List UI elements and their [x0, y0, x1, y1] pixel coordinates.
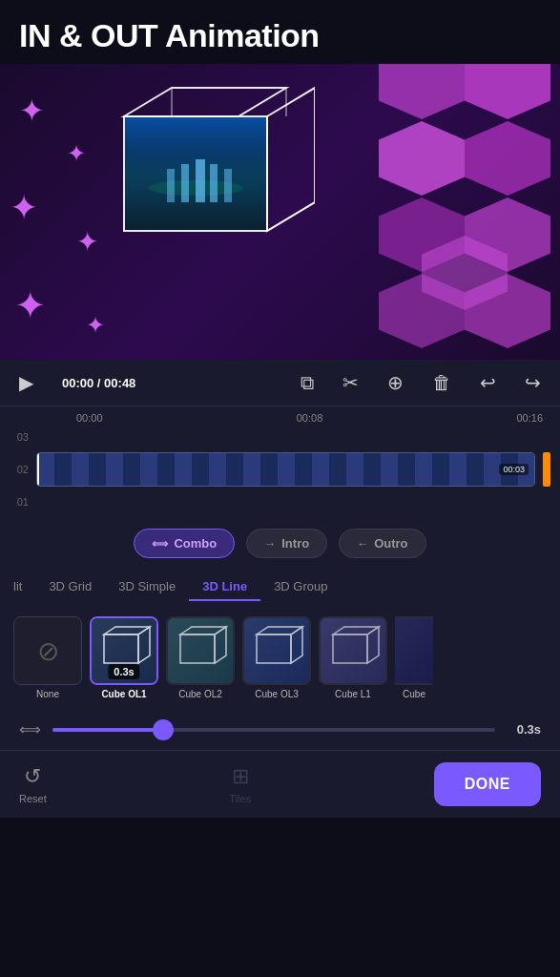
effect-cube-ol2[interactable]: Cube OL2 — [166, 616, 235, 699]
svg-marker-9 — [124, 88, 286, 116]
effect-cube-preview — [395, 618, 433, 683]
slider-fill — [52, 728, 163, 732]
effect-cube-ol2-thumb — [166, 616, 235, 685]
animation-type-tabs: ⟺ Combo → Intro ← Outro — [0, 519, 560, 568]
done-button[interactable]: DONE — [434, 762, 541, 806]
svg-rect-14 — [104, 634, 138, 663]
svg-rect-6 — [210, 164, 218, 202]
tab-combo[interactable]: ⟺ Combo — [134, 529, 235, 558]
paste-button[interactable]: ⊕ — [387, 371, 404, 394]
svg-marker-10 — [267, 88, 315, 231]
svg-line-13 — [267, 202, 315, 231]
timeline-row-2: 02 00:03 — [0, 448, 560, 490]
track-number-3: 03 — [10, 431, 29, 443]
track-duration-badge: 00:03 — [499, 464, 529, 475]
svg-marker-19 — [215, 627, 226, 663]
slider-icon: ⟺ — [19, 720, 41, 738]
tiles-button: ⊞ Tiles — [229, 764, 251, 804]
undo-button[interactable]: ↩ — [480, 371, 496, 394]
effect-cube-ol3[interactable]: Cube OL3 — [242, 616, 311, 699]
effect-duration-badge: 0.3s — [108, 664, 139, 679]
no-effect-icon: ⊘ — [37, 635, 59, 667]
slider-track[interactable] — [52, 728, 495, 732]
playhead — [37, 453, 39, 486]
svg-marker-25 — [367, 627, 379, 663]
hex-1 — [465, 64, 550, 119]
tiles-label: Tiles — [229, 793, 251, 804]
tiles-icon: ⊞ — [232, 764, 249, 789]
cut-button[interactable]: ✂ — [342, 371, 359, 394]
redo-button[interactable]: ↪ — [525, 371, 541, 394]
svg-marker-16 — [138, 627, 150, 663]
timeline-ruler: 00:00 00:08 00:16 — [0, 410, 560, 426]
tab-intro[interactable]: → Intro — [246, 529, 327, 558]
effect-cube-ol3-thumb — [242, 616, 311, 685]
star-decoration-1: ✦ — [19, 93, 45, 129]
hex-3 — [465, 121, 550, 196]
effect-type-3dline[interactable]: 3D Line — [189, 573, 260, 601]
tab-intro-label: Intro — [281, 536, 309, 551]
time-display: 00:00 / 00:48 — [62, 376, 135, 390]
effects-grid: ⊘ None 0.3s Cube OL1 Cube OL2 — [0, 607, 560, 709]
intro-icon: → — [264, 537, 276, 551]
reset-label: Reset — [19, 793, 47, 804]
star-decoration-3: ✦ — [10, 188, 38, 228]
star-decoration-2: ✦ — [67, 140, 86, 167]
star-decoration-5: ✦ — [14, 283, 47, 327]
svg-rect-23 — [333, 634, 367, 663]
tab-outro[interactable]: ← Outro — [339, 529, 425, 558]
svg-rect-5 — [196, 159, 205, 202]
svg-rect-20 — [257, 634, 291, 663]
effect-cube-ol1-thumb: 0.3s — [90, 616, 158, 685]
effect-none-label: None — [36, 689, 59, 699]
timeline-track-bar[interactable]: 00:03 — [36, 452, 535, 487]
effect-type-3dgrid[interactable]: 3D Grid — [35, 573, 105, 601]
page-title: IN & OUT Animation — [19, 17, 541, 54]
svg-marker-22 — [291, 627, 302, 663]
toolbar: ▶ 00:00 / 00:48 ⧉ ✂ ⊕ 🗑 ↩ ↪ — [0, 360, 560, 406]
effect-cube-ol1[interactable]: 0.3s Cube OL1 — [90, 616, 158, 699]
effect-cube-l1[interactable]: Cube L1 — [319, 616, 387, 699]
reset-icon: ↺ — [24, 764, 41, 789]
effect-cube-l1-label: Cube L1 — [335, 689, 371, 699]
timeline-row-1: 01 — [0, 490, 560, 513]
cube-wireframe — [86, 83, 315, 322]
delete-button[interactable]: 🗑 — [432, 372, 451, 394]
effect-type-3dsimple[interactable]: 3D Simple — [105, 573, 189, 601]
track-number-2: 02 — [10, 464, 29, 475]
effect-none[interactable]: ⊘ None — [13, 616, 82, 699]
hex-4 — [379, 121, 465, 196]
slider-section: ⟺ 0.3s — [0, 709, 560, 750]
effect-cube-ol1-label: Cube OL1 — [101, 689, 146, 699]
tab-outro-label: Outro — [374, 536, 407, 551]
effect-type-scroll: lit 3D Grid 3D Simple 3D Line 3D Group — [0, 568, 560, 607]
effect-cube-thumb — [395, 616, 433, 685]
slider-thumb[interactable] — [153, 719, 174, 740]
combo-icon: ⟺ — [152, 537, 168, 551]
track-bar-fill — [37, 453, 534, 486]
bottom-bar: ↺ Reset ⊞ Tiles DONE — [0, 750, 560, 818]
svg-rect-3 — [167, 169, 175, 202]
effect-cube-ol2-label: Cube OL2 — [178, 689, 222, 699]
header: IN & OUT Animation — [0, 0, 560, 64]
effect-type-split[interactable]: lit — [0, 573, 35, 601]
copy-button[interactable]: ⧉ — [301, 372, 314, 394]
effect-type-3dgroup[interactable]: 3D Group — [260, 573, 341, 601]
effect-none-thumb: ⊘ — [13, 616, 82, 685]
hex-2 — [379, 64, 465, 119]
track-orange-end — [543, 452, 550, 487]
effect-cube[interactable]: Cube — [395, 616, 433, 699]
effect-cube-label: Cube — [403, 689, 425, 699]
svg-rect-17 — [180, 634, 215, 663]
slider-value: 0.3s — [507, 722, 541, 737]
svg-rect-4 — [181, 164, 189, 202]
track-number-1: 01 — [10, 496, 29, 508]
outro-icon: ← — [357, 537, 368, 551]
effect-cube-ol3-label: Cube OL3 — [255, 689, 299, 699]
timeline-container: 00:00 00:08 00:16 03 02 00:03 01 — [0, 406, 560, 519]
play-button[interactable]: ▶ — [19, 371, 33, 394]
tab-combo-label: Combo — [174, 536, 217, 551]
effect-cube-l1-thumb — [319, 616, 387, 685]
reset-button[interactable]: ↺ Reset — [19, 764, 47, 804]
svg-rect-7 — [224, 169, 232, 202]
